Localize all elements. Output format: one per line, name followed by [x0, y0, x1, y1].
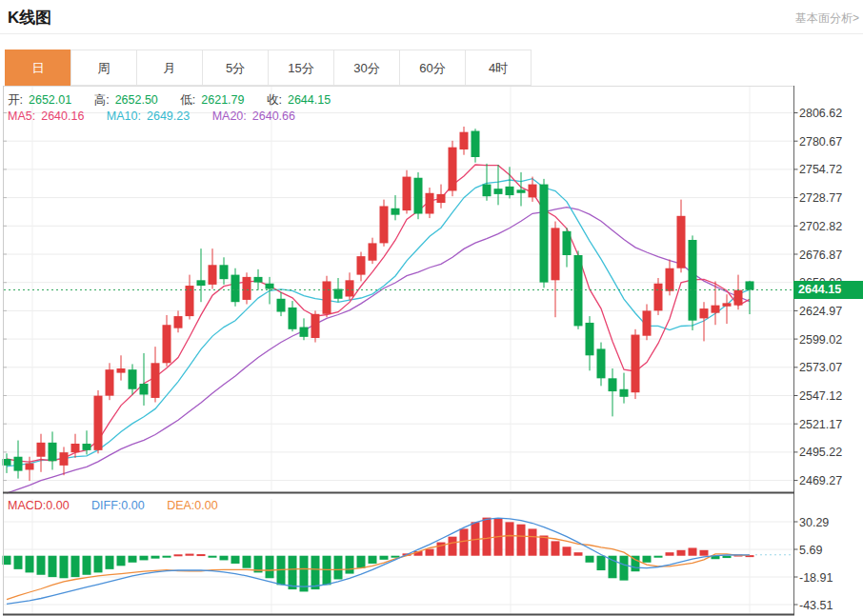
candle-body: [266, 284, 274, 289]
ma5-value: 2640.16: [41, 109, 84, 123]
axis-label: 2547.12: [799, 389, 842, 403]
macd-hist-bar: [220, 556, 229, 561]
macd-hist-bar: [357, 556, 366, 568]
candle-body: [563, 231, 572, 255]
axis-label: 2728.77: [799, 191, 842, 205]
candle-body: [414, 178, 423, 214]
macd-hist-bar: [60, 556, 69, 579]
candle-body: [506, 187, 514, 195]
macd-hist-bar: [380, 556, 389, 560]
axis-label: 2624.97: [799, 305, 842, 318]
macd-hist-bar: [151, 556, 160, 559]
candle-body: [174, 316, 183, 328]
candle-body: [380, 206, 389, 243]
candle-body: [26, 464, 34, 470]
macd-value: MACD:0.00: [8, 499, 70, 512]
candle-body: [346, 280, 354, 296]
axis-label: 2573.07: [799, 361, 842, 374]
candle-body: [289, 308, 297, 329]
candle-body: [403, 177, 411, 210]
macd-hist-bar: [140, 556, 149, 561]
macd-hist-bar: [266, 556, 274, 579]
macd-hist-bar: [369, 556, 377, 564]
candle-body: [117, 368, 126, 373]
macd-hist-bar: [540, 535, 549, 555]
candle-body: [209, 265, 217, 285]
macd-hist-bar: [654, 556, 663, 558]
axis-label: 2599.02: [799, 333, 842, 347]
macd-hist-bar: [723, 556, 732, 558]
candle-body: [300, 328, 309, 337]
candle-body: [334, 288, 343, 298]
macd-hist-bar: [209, 556, 217, 558]
macd-hist-bar: [483, 518, 492, 556]
candle-body: [723, 303, 732, 306]
macd-hist-bar: [529, 528, 537, 555]
candle-body: [71, 444, 80, 452]
macd-hist-bar: [49, 556, 57, 577]
candle-body: [163, 325, 171, 363]
ma20-label: MA20:: [212, 109, 247, 123]
macd-hist-bar: [677, 550, 686, 556]
close-label: 收:: [267, 93, 282, 107]
macd-hist-bar: [346, 556, 354, 574]
candle-body: [277, 299, 286, 312]
dea-value: DEA:0.00: [167, 499, 218, 512]
macd-hist-bar: [666, 552, 674, 556]
macd-hist-bar: [563, 546, 572, 555]
candle-body: [254, 277, 263, 283]
macd-hist-bar: [574, 552, 583, 556]
axis-label: -43.51: [799, 599, 833, 612]
candle-body: [574, 255, 583, 326]
macd-hist-bar: [586, 556, 594, 563]
panel-divider: [3, 492, 794, 494]
macd-hist-bar: [517, 525, 526, 556]
axis-label: 5.69: [799, 544, 822, 557]
macd-hist-bar: [334, 556, 343, 580]
candle-body: [586, 323, 594, 355]
candle-body: [437, 194, 446, 203]
candle-body: [609, 378, 617, 391]
candle-body: [677, 216, 686, 268]
candle-body: [746, 281, 754, 289]
ma10-line: [7, 179, 750, 467]
candle-body: [517, 189, 526, 192]
candle-body: [60, 452, 69, 466]
candle-body: [49, 443, 57, 461]
candle-body: [666, 268, 674, 291]
candle-body: [140, 384, 149, 394]
macd-hist-bar: [460, 528, 469, 555]
candle-body: [689, 240, 697, 321]
candle-body: [129, 369, 137, 389]
axis-label: -18.91: [799, 571, 833, 585]
candle-body: [83, 444, 91, 450]
macd-hist-bar: [71, 556, 80, 577]
macd-hist-bar: [83, 556, 91, 575]
macd-hist-bar: [426, 549, 434, 556]
ma10-value: 2649.23: [147, 109, 190, 123]
candle-body: [357, 256, 366, 274]
macd-hist-bar: [311, 556, 320, 589]
macd-hist-bar: [37, 556, 46, 575]
low-value: 2621.79: [201, 93, 244, 107]
macd-hist-bar: [129, 556, 137, 563]
candle-body: [220, 265, 229, 279]
low-label: 低:: [180, 93, 195, 107]
macd-hist-bar: [117, 556, 126, 566]
candle-body: [494, 189, 503, 194]
candle-body: [14, 457, 23, 471]
high-value: 2652.50: [115, 93, 158, 107]
candle-body: [460, 132, 469, 149]
axis-label: 2521.17: [799, 418, 842, 431]
axis-label: 30.29: [799, 516, 829, 529]
macd-hist-bar: [552, 541, 560, 555]
candle-body: [231, 275, 240, 303]
candle-body: [323, 281, 331, 313]
ma5-line: [7, 165, 750, 462]
candle-body: [472, 131, 480, 157]
candle-body: [369, 243, 377, 260]
macd-hist-bar: [506, 522, 514, 555]
candle-body: [197, 280, 206, 286]
candle-body: [632, 335, 640, 393]
candle-body: [391, 209, 400, 215]
